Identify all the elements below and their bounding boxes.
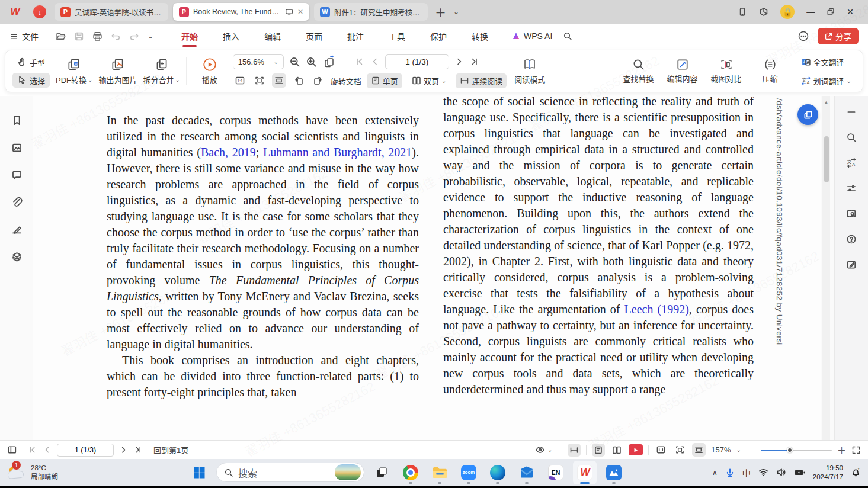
hidden-icons-chevron[interactable]: ∧ xyxy=(712,468,718,477)
file-explorer-button[interactable] xyxy=(428,461,451,484)
restore-window-icon[interactable] xyxy=(827,8,835,16)
tab-convert[interactable]: 转换 xyxy=(472,24,488,49)
fit-page-button[interactable] xyxy=(252,73,267,88)
notification-bell-icon[interactable]: z xyxy=(851,467,861,477)
undo-icon[interactable] xyxy=(111,31,121,41)
task-view-button[interactable] xyxy=(370,461,393,484)
zoom-slider[interactable] xyxy=(761,450,832,451)
attachments-icon[interactable] xyxy=(11,197,23,208)
pdf-convert-button[interactable]: W PDF转换⌄ xyxy=(56,57,92,85)
wps-app-button[interactable]: W xyxy=(573,461,597,484)
tab-pdf-active[interactable]: P Book Review, The Fundamen ✕ xyxy=(173,3,309,21)
export-image-button[interactable]: 输出为图片 xyxy=(98,57,137,85)
tab-home[interactable]: 开始 xyxy=(181,24,198,49)
fit-width-button[interactable] xyxy=(272,73,286,88)
open-folder-icon[interactable] xyxy=(56,31,66,41)
search-menu-icon[interactable] xyxy=(563,31,572,41)
view-options-button[interactable]: ⌄ xyxy=(531,443,556,457)
help-icon[interactable] xyxy=(846,234,857,245)
last-page-icon[interactable] xyxy=(133,445,142,454)
tab-page[interactable]: 页面 xyxy=(306,24,322,49)
zoom-app-button[interactable]: zoom xyxy=(457,461,481,484)
start-button[interactable] xyxy=(187,461,211,484)
wps-logo[interactable]: W xyxy=(5,4,25,20)
settings-sliders-icon[interactable] xyxy=(846,183,857,194)
search-panel-icon[interactable] xyxy=(846,132,857,143)
mountain-app-button[interactable] xyxy=(602,461,626,484)
split-merge-button[interactable]: 拆分合并⌄ xyxy=(143,57,180,85)
next-page-icon[interactable] xyxy=(454,57,464,66)
language-app-button[interactable]: EN xyxy=(544,461,568,484)
status-zoom-value[interactable]: 157% xyxy=(711,445,731,454)
compress-button[interactable]: 压缩 xyxy=(753,58,787,84)
wifi-icon[interactable] xyxy=(758,467,768,477)
hand-tool-button[interactable]: 手型 xyxy=(12,55,50,70)
rotate-right-button[interactable] xyxy=(311,73,325,88)
rotate-doc-label[interactable]: 旋转文档 xyxy=(331,75,361,86)
screen-share-icon[interactable] xyxy=(285,8,293,16)
tab-comment[interactable]: 批注 xyxy=(347,24,364,49)
prev-page-icon[interactable] xyxy=(370,57,380,66)
zoom-in-icon[interactable] xyxy=(306,56,317,68)
chrome-app-button[interactable] xyxy=(399,461,422,484)
dictionary-icon[interactable] xyxy=(846,208,857,219)
redo-icon[interactable] xyxy=(129,31,139,41)
battery-icon[interactable] xyxy=(794,468,805,477)
citation-link[interactable]: Luhmann and Burghardt, 2021 xyxy=(263,146,412,159)
rotate-left-button[interactable] xyxy=(292,73,306,88)
page-number-input[interactable] xyxy=(385,54,449,69)
screenshot-compare-button[interactable]: 截图对比 xyxy=(709,58,744,84)
close-tab-icon[interactable]: ✕ xyxy=(297,8,303,16)
tab-insert[interactable]: 插入 xyxy=(223,24,239,49)
new-tab-icon[interactable]: ＋ xyxy=(433,4,449,20)
fit-width-toggle[interactable] xyxy=(692,443,706,457)
tab-list-chevron-icon[interactable]: ⌄ xyxy=(453,8,459,16)
edge-app-button[interactable] xyxy=(486,461,510,484)
select-tool-button[interactable]: 选择 xyxy=(12,73,50,88)
translate-panel-icon[interactable]: 文A xyxy=(846,158,857,168)
thumbnails-icon[interactable] xyxy=(11,142,23,153)
zoom-out-icon[interactable] xyxy=(289,56,300,68)
full-translate-button[interactable]: A 全文翻译 xyxy=(797,54,848,69)
floating-assistant-button[interactable] xyxy=(797,104,818,125)
back-to-first-page-button[interactable]: 回到第1页 xyxy=(153,444,188,455)
weather-widget[interactable]: 1 28°C 局部晴朗 xyxy=(0,463,58,482)
collapse-panel-icon[interactable] xyxy=(846,107,857,117)
next-page-icon[interactable] xyxy=(119,445,128,454)
save-icon[interactable] xyxy=(74,31,84,41)
microphone-icon[interactable] xyxy=(725,468,735,477)
tab-protect[interactable]: 保护 xyxy=(430,24,447,49)
single-page-button[interactable]: 单页 xyxy=(367,73,402,88)
search-highlight-image[interactable] xyxy=(335,464,361,480)
continuous-read-toggle[interactable] xyxy=(568,444,581,457)
first-page-icon[interactable] xyxy=(28,445,37,454)
bookmarks-icon[interactable] xyxy=(11,115,23,126)
double-page-button[interactable]: 双页 ⌄ xyxy=(408,73,450,88)
prev-page-icon[interactable] xyxy=(43,445,52,454)
print-icon[interactable] xyxy=(92,31,103,41)
zoom-plus-button[interactable]: ＋ xyxy=(837,444,846,456)
fit-page-toggle[interactable] xyxy=(673,443,687,457)
tab-word-doc[interactable]: W 附件1：研究生中期考核读书报告模板 xyxy=(314,3,428,21)
more-options-icon[interactable] xyxy=(797,30,809,42)
feedback-edit-icon[interactable] xyxy=(846,259,857,270)
file-menu[interactable]: 文件 xyxy=(9,30,39,42)
first-page-icon[interactable] xyxy=(355,57,365,66)
mail-app-button[interactable] xyxy=(515,461,539,484)
quick-access-chevron-icon[interactable]: ⌄ xyxy=(148,32,153,40)
edit-content-button[interactable]: 编辑内容 xyxy=(665,58,700,84)
clock-widget[interactable]: 19:50 2024/7/17 xyxy=(813,464,843,481)
zoom-minus-button[interactable]: — xyxy=(747,445,755,455)
wps-promotion-icon[interactable]: ↓ xyxy=(30,4,50,20)
chevron-down-icon[interactable]: ⌄ xyxy=(736,447,741,453)
toggle-sidebar-icon[interactable] xyxy=(7,445,17,455)
actual-size-button[interactable]: 1:1 xyxy=(233,73,247,88)
pdf-page[interactable]: In the past decades, corpus methods have… xyxy=(33,96,821,440)
tab-edit[interactable]: 编辑 xyxy=(264,24,281,49)
signature-icon[interactable] xyxy=(11,224,23,235)
share-button[interactable]: 分享 xyxy=(818,28,859,44)
continuous-read-button[interactable]: 连续阅读 xyxy=(456,73,507,88)
citation-link[interactable]: Leech (1992) xyxy=(624,303,689,316)
read-mode-button[interactable]: 阅读模式 xyxy=(513,57,547,85)
tab-tools[interactable]: 工具 xyxy=(389,24,405,49)
